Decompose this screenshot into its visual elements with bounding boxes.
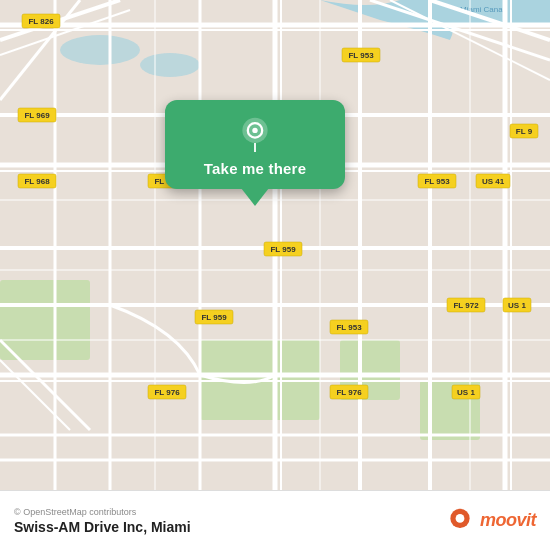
svg-text:FL 959: FL 959 [270,245,296,254]
popup-arrow [241,188,269,206]
svg-text:FL 953: FL 953 [336,323,362,332]
popup-bubble[interactable]: Take me there [165,100,345,189]
svg-text:FL 976: FL 976 [336,388,362,397]
map-svg: Miami Canal [0,0,550,490]
moovit-logo: moovit [446,507,536,535]
svg-text:FL 826: FL 826 [28,17,54,26]
svg-text:FL 953: FL 953 [348,51,374,60]
svg-point-8 [140,53,200,77]
bottom-left-info: © OpenStreetMap contributors Swiss-AM Dr… [14,507,191,535]
svg-rect-1 [0,280,90,360]
bottom-bar: © OpenStreetMap contributors Swiss-AM Dr… [0,490,550,550]
popup-bubble-container[interactable]: Take me there [155,100,355,206]
location-pin-icon [237,116,273,152]
moovit-pin-icon [446,507,474,535]
svg-text:FL 976: FL 976 [154,388,180,397]
attribution-text: © OpenStreetMap contributors [14,507,191,517]
svg-text:FL 968: FL 968 [24,177,50,186]
svg-text:FL 969: FL 969 [24,111,50,120]
svg-text:FL 953: FL 953 [424,177,450,186]
svg-point-77 [252,128,257,133]
take-me-there-label: Take me there [204,160,306,177]
place-name-text: Swiss-AM Drive Inc, Miami [14,519,191,535]
svg-point-80 [456,514,465,523]
map-container: Miami Canal [0,0,550,490]
svg-point-7 [60,35,140,65]
svg-text:US 41: US 41 [482,177,505,186]
moovit-brand-text: moovit [480,510,536,531]
svg-text:FL 9: FL 9 [516,127,533,136]
svg-text:FL 972: FL 972 [453,301,479,310]
svg-text:FL 959: FL 959 [201,313,227,322]
svg-text:US 1: US 1 [508,301,526,310]
svg-text:US 1: US 1 [457,388,475,397]
